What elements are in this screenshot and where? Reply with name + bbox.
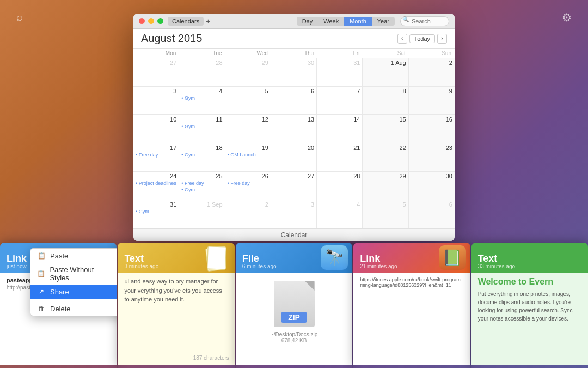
days-of-week: Mon Tue Wed Thu Fri Sat Sun [133,49,455,58]
table-row[interactable]: 4 [317,200,363,228]
table-row[interactable]: 5 [363,200,408,228]
today-button[interactable]: Today [409,34,435,43]
tab-month[interactable]: Month [344,17,372,26]
file-size: 678,42 KB [281,337,307,343]
table-row[interactable]: 3 [133,87,179,115]
search-wrap [400,16,449,26]
link2-card[interactable]: 📗 Link 21 minutes ago https://itunes.app… [353,243,470,368]
table-row[interactable]: 5 [225,87,271,115]
next-month-button[interactable]: › [437,34,447,44]
table-row[interactable]: 27 [133,58,179,87]
fullscreen-button[interactable] [157,18,163,24]
share-icon: ↗ [37,287,46,296]
link-card[interactable]: Link just now pasteapp.me http://pasteap… [0,243,117,368]
table-row[interactable]: 16 [409,115,455,143]
table-row[interactable]: 14 [317,115,363,143]
table-row[interactable]: 27 [271,172,317,200]
table-row[interactable]: 19GM Launch [225,143,271,172]
table-row[interactable]: 12 [225,115,271,143]
evernote-text: Put everything in one p notes, images, d… [478,290,581,323]
table-row[interactable]: 20 [271,143,317,172]
table-row[interactable]: 6 [409,200,455,228]
menu-paste-label: Paste [50,252,68,260]
table-row[interactable]: 7 [317,87,363,115]
table-row[interactable]: 2 [225,200,271,228]
text-card-header: Text 3 minutes ago [118,243,234,273]
menu-item-paste-no-styles[interactable]: 📋 Paste Without Styles ⇧⌘V [30,263,117,285]
calendar-header: August 2015 ‹ Today › [133,29,455,49]
calendar-search-input[interactable] [400,16,449,26]
link2-card-body: https://itunes.apple.com/ru/book/swift-p… [353,273,470,365]
text2-card-body: Welcome to Evern Put everything in one p… [471,273,588,365]
cards-row: Link just now pasteapp.me http://pasteap… [0,243,588,368]
table-row[interactable]: 1 Aug [363,58,408,87]
paste-no-styles-icon: 📋 [37,269,45,278]
day-mon: Mon [133,49,179,58]
table-row[interactable]: 15 [363,115,408,143]
evernote-title: Welcome to Evern [478,277,581,287]
table-row[interactable]: 28 [179,58,225,87]
file-path: ~/Desktop/Docs.zip [271,331,317,337]
table-row[interactable]: 30 [271,58,317,87]
calendar-grid: 27 28 29 30 31 1 Aug 2 3 4Gym 5 6 7 8 9 … [133,58,455,228]
day-sat: Sat [363,49,408,58]
table-row[interactable]: 24Project deadlines [133,172,179,200]
table-row[interactable]: 6 [271,87,317,115]
menu-share-label: Share [50,288,69,296]
table-row[interactable]: 2 [409,58,455,87]
table-row[interactable]: 9 [409,87,455,115]
menu-paste-no-styles-label: Paste Without Styles [50,266,112,282]
search-icon: ⌕ [16,11,23,23]
table-row[interactable]: 31 [317,58,363,87]
table-row[interactable]: 22 [363,143,408,172]
table-row[interactable]: 30 [409,172,455,200]
traffic-lights [139,18,163,24]
minimize-button[interactable] [148,18,154,24]
view-tabs: Day Week Month Year [297,17,395,26]
note-pages-icon [205,245,232,273]
month-year-title: August 2015 [141,32,397,45]
tab-week[interactable]: Week [318,17,344,26]
table-row[interactable]: 10 [133,115,179,143]
menu-item-share[interactable]: ↗ Share ▶ 📖 Add to Reading List ✉ Mail 💬 [30,285,117,299]
day-tue: Tue [179,49,225,58]
table-row[interactable]: 18Gym [179,143,225,172]
table-row[interactable]: 3 [271,200,317,228]
table-row[interactable]: 26Free day [225,172,271,200]
calendars-button[interactable]: Calendars [168,17,204,26]
table-row[interactable]: 29 [363,172,408,200]
text2-card-header: Text 33 minutes ago [471,243,588,273]
text-preview: ul and easy way to ory manager for your … [124,277,228,304]
table-row[interactable]: 11Gym [179,115,225,143]
text-card[interactable]: Text 3 minutes ago ul and easy way to or… [118,243,234,368]
table-row[interactable]: 13 [271,115,317,143]
file-card-header: 🔭 File 6 minutes ago [236,243,352,273]
text2-card-time: 33 minutes ago [478,263,581,269]
table-row[interactable]: 28 [317,172,363,200]
calendar-window: Calendars + Day Week Month Year August 2… [133,14,455,241]
gear-icon: ⚙ [562,11,572,24]
menu-item-paste[interactable]: 📋 Paste ⌘V [30,249,117,263]
prev-month-button[interactable]: ‹ [397,34,407,44]
table-row[interactable]: 4Gym [179,87,225,115]
table-row[interactable]: 23 [409,143,455,172]
paste-icon: 📋 [37,251,46,260]
calendar-titlebar: Calendars + Day Week Month Year [133,14,455,29]
text2-card[interactable]: Text 33 minutes ago Welcome to Evern Put… [471,243,588,368]
zip-label: ZIP [281,312,307,323]
table-row[interactable]: 21 [317,143,363,172]
calendar-nav: ‹ Today › [397,34,447,44]
file-card[interactable]: 🔭 File 6 minutes ago ZIP ~/Desktop/Docs.… [236,243,352,368]
tab-day[interactable]: Day [297,17,318,26]
close-button[interactable] [139,18,145,24]
add-calendar-button[interactable]: + [206,17,210,26]
menu-item-delete[interactable]: 🗑 Delete ⌫ [30,301,117,316]
table-row[interactable]: 31Gym [133,200,179,228]
table-row[interactable]: 29 [225,58,271,87]
table-row[interactable]: 1 Sep [179,200,225,228]
table-row[interactable]: 25Free dayGym [179,172,225,200]
table-row[interactable]: 17Free day [133,143,179,172]
zip-fold [305,281,315,291]
tab-year[interactable]: Year [372,17,395,26]
table-row[interactable]: 8 [363,87,408,115]
